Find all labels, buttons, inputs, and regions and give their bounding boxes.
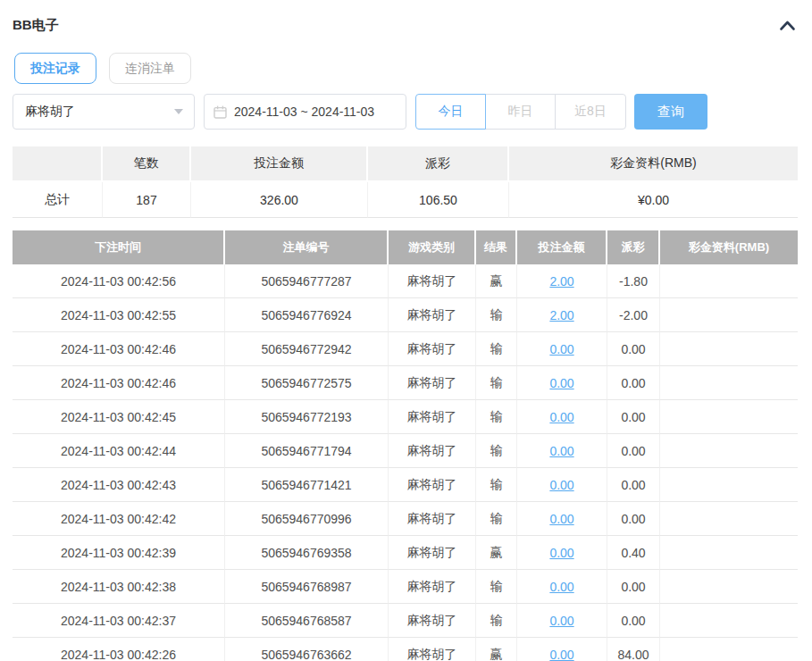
bet-amount-link[interactable]: 0.00 [549, 342, 573, 356]
table-row: 2024-11-03 00:42:435065946771421麻将胡了输0.0… [13, 468, 798, 502]
payout-cell: -2.00 [607, 298, 660, 332]
game-select[interactable]: 麻将胡了 [13, 94, 195, 130]
bet-id-cell: 5065946772575 [225, 366, 389, 400]
bet-time-cell: 2024-11-03 00:42:37 [13, 604, 225, 638]
payout-cell: 0.00 [607, 332, 660, 366]
bet-time-cell: 2024-11-03 00:42:42 [13, 502, 225, 536]
table-row: 2024-11-03 00:42:555065946776924麻将胡了输2.0… [13, 298, 798, 332]
summary-total-bonus: ¥0.00 [509, 182, 798, 218]
bet-amount-link[interactable]: 0.00 [549, 546, 573, 560]
records-table: 下注时间注单编号游戏类别结果投注金额派彩彩金资料(RMB) 2024-11-03… [13, 230, 798, 661]
bet-amount-link[interactable]: 0.00 [549, 478, 573, 492]
bet-amount-link[interactable]: 0.00 [549, 410, 573, 424]
bet-id-cell: 5065946771794 [225, 434, 389, 468]
quick-filter-today[interactable]: 今日 [415, 94, 486, 130]
bet-id-cell: 5065946772942 [225, 332, 389, 366]
summary-total-count: 187 [103, 182, 191, 218]
payout-cell: 0.00 [607, 502, 660, 536]
summary-header-bonus: 彩金资料(RMB) [509, 146, 798, 182]
summary-total-row: 总计 187 326.00 106.50 ¥0.00 [13, 182, 798, 218]
payout-cell: 0.40 [607, 536, 660, 570]
collapse-chevron-up-icon[interactable] [777, 18, 798, 33]
bonus-cell [660, 264, 798, 298]
game-type-cell: 麻将胡了 [389, 536, 476, 570]
summary-header-blank [13, 146, 103, 182]
bet-amount-cell: 0.00 [517, 400, 607, 434]
bet-time-cell: 2024-11-03 00:42:56 [13, 264, 225, 298]
bet-id-cell: 5065946772193 [225, 400, 389, 434]
result-cell: 输 [476, 332, 517, 366]
bet-amount-link[interactable]: 0.00 [549, 512, 573, 526]
tabs: 投注记录 连消注单 [14, 53, 812, 84]
game-type-cell: 麻将胡了 [389, 570, 476, 604]
result-cell: 赢 [476, 264, 517, 298]
query-button[interactable]: 查询 [634, 94, 707, 130]
result-cell: 输 [476, 502, 517, 536]
column-header: 派彩 [607, 230, 660, 264]
table-row: 2024-11-03 00:42:445065946771794麻将胡了输0.0… [13, 434, 798, 468]
game-type-cell: 麻将胡了 [389, 502, 476, 536]
bet-amount-link[interactable]: 2.00 [549, 274, 573, 289]
bet-amount-cell: 0.00 [517, 570, 607, 604]
bet-amount-cell: 0.00 [517, 638, 607, 661]
date-range-input[interactable]: 2024-11-03 ~ 2024-11-03 [204, 94, 406, 130]
bonus-cell [660, 570, 798, 604]
game-type-cell: 麻将胡了 [389, 638, 476, 661]
bet-amount-cell: 0.00 [517, 502, 607, 536]
page-title: BB电子 [13, 17, 59, 34]
bet-amount-cell: 0.00 [517, 366, 607, 400]
bet-amount-link[interactable]: 0.00 [549, 648, 573, 661]
bet-amount-cell: 0.00 [517, 468, 607, 502]
bet-time-cell: 2024-11-03 00:42:39 [13, 536, 225, 570]
summary-header-row: 笔数 投注金额 派彩 彩金资料(RMB) [13, 146, 798, 182]
bet-amount-link[interactable]: 0.00 [549, 580, 573, 594]
bonus-cell [660, 298, 798, 332]
bet-id-cell: 5065946776924 [225, 298, 389, 332]
bonus-cell [660, 604, 798, 638]
tab-bet-records[interactable]: 投注记录 [14, 53, 96, 84]
summary-header-bet-amount: 投注金额 [191, 146, 368, 182]
result-cell: 输 [476, 468, 517, 502]
summary-header-count: 笔数 [103, 146, 191, 182]
summary-total-label: 总计 [13, 182, 103, 218]
summary-total-payout: 106.50 [368, 182, 509, 218]
bet-id-cell: 5065946768987 [225, 570, 389, 604]
filter-bar: 麻将胡了 2024-11-03 ~ 2024-11-03 今日 昨日 近8日 查… [13, 94, 812, 130]
bet-amount-link[interactable]: 0.00 [549, 444, 573, 458]
game-type-cell: 麻将胡了 [389, 366, 476, 400]
bonus-cell [660, 536, 798, 570]
bonus-cell [660, 332, 798, 366]
bet-amount-link[interactable]: 2.00 [549, 308, 573, 322]
summary-header-payout: 派彩 [368, 146, 509, 182]
bet-amount-link[interactable]: 0.00 [549, 376, 573, 390]
result-cell: 输 [476, 366, 517, 400]
calendar-icon [213, 105, 227, 119]
bet-id-cell: 5065946777287 [225, 264, 389, 298]
column-header: 下注时间 [13, 230, 225, 264]
quick-filter-yesterday[interactable]: 昨日 [485, 94, 556, 130]
result-cell: 赢 [476, 536, 517, 570]
tab-cancelled-bets[interactable]: 连消注单 [109, 53, 191, 84]
bet-amount-cell: 2.00 [517, 298, 607, 332]
bet-time-cell: 2024-11-03 00:42:43 [13, 468, 225, 502]
result-cell: 赢 [476, 638, 517, 661]
table-row: 2024-11-03 00:42:455065946772193麻将胡了输0.0… [13, 400, 798, 434]
records-header-row: 下注时间注单编号游戏类别结果投注金额派彩彩金资料(RMB) [13, 230, 798, 264]
table-row: 2024-11-03 00:42:395065946769358麻将胡了赢0.0… [13, 536, 798, 570]
bet-amount-link[interactable]: 0.00 [549, 614, 573, 628]
payout-cell: 0.00 [607, 570, 660, 604]
table-row: 2024-11-03 00:42:565065946777287麻将胡了赢2.0… [13, 264, 798, 298]
bet-id-cell: 5065946771421 [225, 468, 389, 502]
date-range-value: 2024-11-03 ~ 2024-11-03 [234, 105, 374, 119]
game-type-cell: 麻将胡了 [389, 604, 476, 638]
payout-cell: 84.00 [607, 638, 660, 661]
bet-time-cell: 2024-11-03 00:42:46 [13, 366, 225, 400]
game-type-cell: 麻将胡了 [389, 332, 476, 366]
bet-id-cell: 5065946770996 [225, 502, 389, 536]
bet-amount-cell: 0.00 [517, 604, 607, 638]
game-type-cell: 麻将胡了 [389, 400, 476, 434]
summary-table: 笔数 投注金额 派彩 彩金资料(RMB) 总计 187 326.00 106.5… [13, 146, 798, 218]
quick-filter-last8days[interactable]: 近8日 [555, 94, 626, 130]
table-row: 2024-11-03 00:42:465065946772575麻将胡了输0.0… [13, 366, 798, 400]
bonus-cell [660, 434, 798, 468]
